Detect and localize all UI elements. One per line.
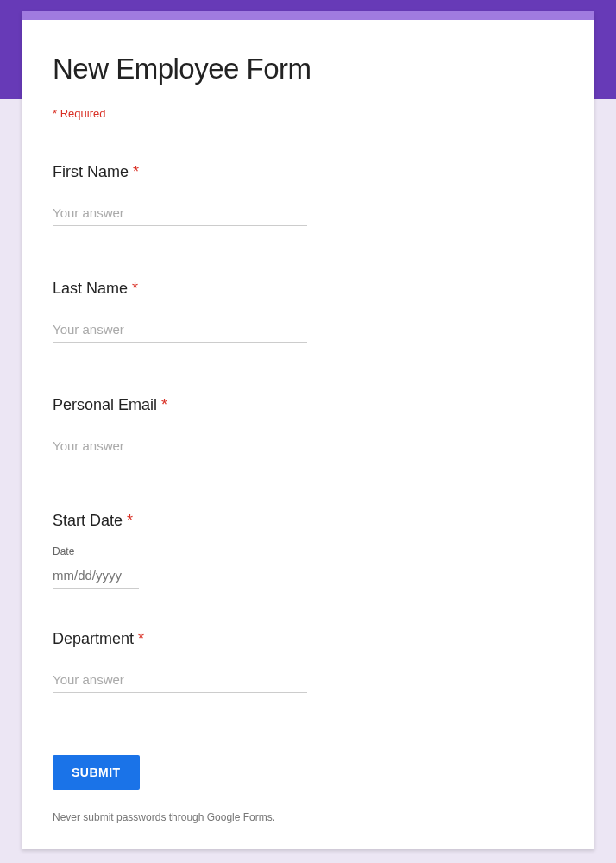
personal-email-label: Personal Email * bbox=[53, 396, 563, 414]
start-date-label-text: Start Date bbox=[53, 512, 123, 529]
question-department: Department * bbox=[53, 630, 563, 693]
required-star: * bbox=[123, 512, 133, 529]
required-note: * Required bbox=[53, 107, 563, 120]
required-star: * bbox=[157, 396, 167, 413]
submit-button[interactable]: SUBMIT bbox=[53, 755, 140, 790]
required-star: * bbox=[128, 280, 138, 297]
last-name-label-text: Last Name bbox=[53, 280, 128, 297]
question-start-date: Start Date * Date bbox=[53, 512, 563, 589]
last-name-label: Last Name * bbox=[53, 280, 563, 298]
last-name-input[interactable] bbox=[53, 318, 307, 343]
required-star: * bbox=[134, 630, 144, 647]
question-first-name: First Name * bbox=[53, 163, 563, 226]
first-name-input[interactable] bbox=[53, 202, 307, 226]
department-label: Department * bbox=[53, 630, 563, 648]
form-card: New Employee Form * Required First Name … bbox=[22, 11, 594, 849]
first-name-label-text: First Name bbox=[53, 163, 129, 180]
personal-email-input[interactable] bbox=[53, 435, 307, 458]
start-date-input[interactable] bbox=[53, 566, 139, 589]
first-name-label: First Name * bbox=[53, 163, 563, 181]
start-date-sublabel: Date bbox=[53, 545, 563, 557]
required-star: * bbox=[129, 163, 139, 180]
start-date-label: Start Date * bbox=[53, 512, 563, 530]
department-label-text: Department bbox=[53, 630, 134, 647]
personal-email-label-text: Personal Email bbox=[53, 396, 157, 413]
form-title: New Employee Form bbox=[53, 53, 563, 85]
question-personal-email: Personal Email * bbox=[53, 396, 563, 458]
question-last-name: Last Name * bbox=[53, 280, 563, 343]
footer-note: Never submit passwords through Google Fo… bbox=[53, 811, 563, 823]
department-input[interactable] bbox=[53, 669, 307, 693]
